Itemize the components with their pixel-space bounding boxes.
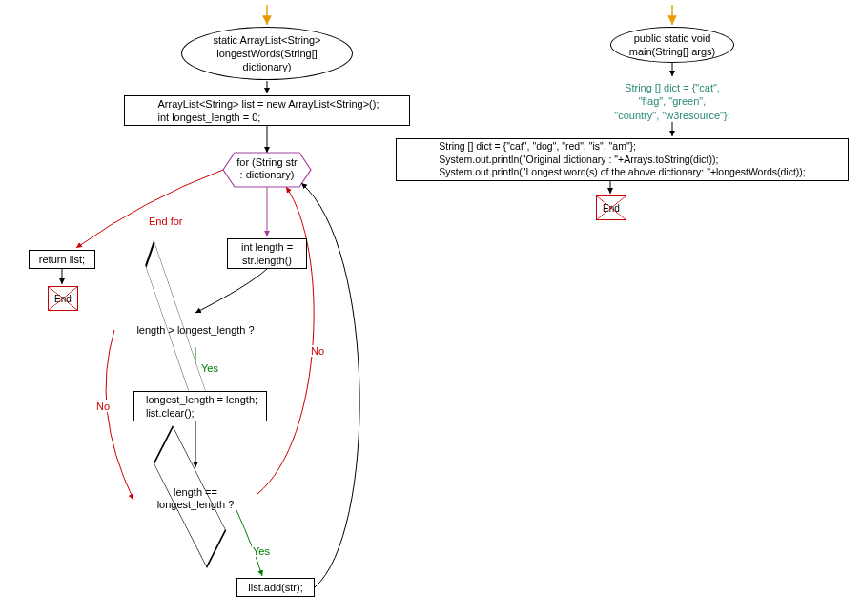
label-yes-1: Yes bbox=[200, 362, 219, 374]
right-end-box: End bbox=[596, 195, 626, 220]
label-yes-2: Yes bbox=[252, 545, 271, 557]
right-start-terminator: public static void main(String[] args) bbox=[610, 27, 734, 63]
label-no-1: No bbox=[95, 400, 111, 412]
left-return-process: return list; bbox=[29, 250, 95, 269]
left-init-process: ArrayList<String> list = new ArrayList<S… bbox=[124, 95, 410, 126]
right-end-text: End bbox=[603, 203, 620, 214]
left-clear-process: longest_length = length; list.clear(); bbox=[133, 391, 267, 421]
label-no-2: No bbox=[310, 345, 325, 357]
left-end-text: End bbox=[54, 294, 72, 304]
left-end-box: End bbox=[48, 286, 78, 311]
left-start-terminator: static ArrayList<String> longestWords(St… bbox=[181, 27, 353, 80]
left-length-assign: int length = str.length() bbox=[227, 238, 307, 269]
right-main-block: String [] dict = {"cat", "dog", "red", "… bbox=[396, 138, 849, 181]
left-loop-hex-text: for (String str : dictionary) bbox=[224, 156, 310, 181]
label-end-for: End for bbox=[148, 216, 183, 227]
left-cond1-label: length > longest_length ? bbox=[114, 324, 277, 337]
left-add-process: list.add(str); bbox=[236, 578, 315, 597]
left-cond2-label: length == longest_length ? bbox=[143, 486, 248, 511]
right-dict-comment: String [] dict = {"cat", "flag", "green"… bbox=[591, 78, 753, 125]
